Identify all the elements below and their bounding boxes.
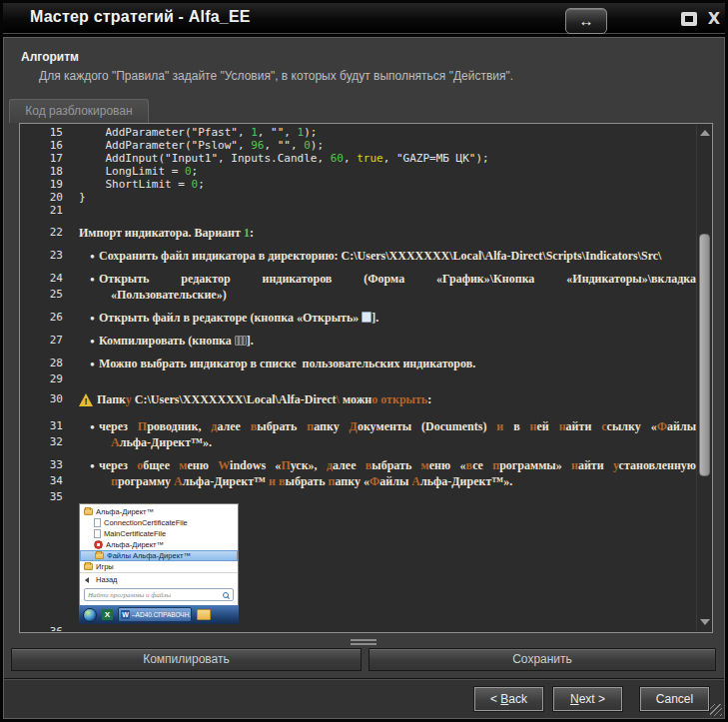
- line-number: 25: [21, 288, 63, 301]
- line-number: 19: [21, 178, 63, 191]
- open-file-icon: [362, 312, 371, 323]
- editor-line: 35: [21, 490, 696, 503]
- maximize-icon[interactable]: [681, 12, 697, 26]
- scroll-up-icon[interactable]: [700, 129, 709, 138]
- file-icon: [94, 529, 101, 538]
- editor-scrollbar[interactable]: [696, 125, 711, 631]
- line-number: 36: [21, 625, 63, 631]
- window-title: Мастер стратегий - Alfa_EE: [30, 8, 251, 26]
- splitter[interactable]: [4, 635, 724, 648]
- line-number: 16: [21, 139, 63, 152]
- line-number: 15: [21, 126, 63, 139]
- page-subtitle: Для каждого "Правила" задайте "Условия",…: [39, 69, 513, 83]
- editor-line: 23●Сохранить файл индикатора в директори…: [21, 249, 696, 265]
- editor-line: 16 AddParameter("Pslow", 96, "", 0);: [21, 139, 696, 152]
- next-button[interactable]: Next >: [553, 687, 622, 711]
- line-content: LongLimit = 0;: [79, 165, 696, 178]
- line-content: ShortLimit = 0;: [79, 178, 696, 191]
- editor-line: 33●через общее меню Windows «Пуск», дале…: [21, 458, 696, 474]
- cancel-button[interactable]: Cancel: [640, 687, 709, 711]
- dialog-body: Алгоритм Для каждого "Правила" задайте "…: [3, 37, 725, 719]
- editor-line: 15 AddParameter("Pfast", 1, "", 1);: [21, 126, 696, 139]
- line-number: 24: [21, 272, 63, 285]
- bullet-icon: ●: [79, 249, 99, 264]
- embedded-start-menu-screenshot: Альфа-Директ™ConnectionCertificateFileMa…: [79, 503, 239, 624]
- line-number: 27: [21, 334, 63, 347]
- back-arrow-icon: [85, 577, 89, 583]
- start-menu-search-box: Найти программы и файлы: [84, 588, 234, 601]
- start-menu-item: Альфа-Директ™: [80, 539, 238, 550]
- line-number: 35: [21, 490, 63, 503]
- start-menu-item-label: Альфа-Директ™: [96, 507, 154, 516]
- editor-line: 19 ShortLimit = 0;: [21, 178, 696, 191]
- editor-line: 30!Папку C:\Users\XXXXXXX\Local\Alfa-Dir…: [21, 392, 696, 412]
- resize-toggle-button[interactable]: ↔: [565, 8, 607, 34]
- line-content: ●Открыть файл в редакторе (кнопка «Откры…: [79, 311, 696, 326]
- scroll-down-icon[interactable]: [700, 618, 709, 627]
- app-icon: [94, 540, 103, 549]
- line-number: 32: [21, 435, 63, 448]
- scrollbar-thumb[interactable]: [699, 234, 710, 476]
- line-content: Альфа-Директ™».: [79, 435, 696, 450]
- magnifier-icon: [223, 592, 229, 598]
- compile-keypad-icon: [235, 336, 247, 346]
- page-title: Алгоритм: [21, 50, 79, 64]
- start-menu-item-label: Игры: [96, 562, 114, 571]
- folder-icon: [95, 552, 104, 559]
- start-menu-item-selected: Файлы Альфа-Директ™: [80, 550, 238, 561]
- start-menu-item: ConnectionCertificateFile: [80, 517, 238, 528]
- bullet-text: Компилировать (кнопка ].: [99, 334, 696, 349]
- footer-bar: < Back Next > Cancel: [4, 678, 724, 718]
- excel-icon: X: [102, 609, 113, 620]
- line-content: !Папку C:\Users\XXXXXXX\Local\Alfa-Direc…: [79, 392, 696, 408]
- editor-line: 28●Можно выбрать индикатор в списке поль…: [21, 357, 696, 372]
- resize-grip[interactable]: [710, 704, 722, 716]
- folder-icon: [84, 563, 93, 570]
- bullet-text: Сохранить файл индикатора в директорию: …: [99, 249, 696, 264]
- editor-line: 27●Компилировать (кнопка ].: [21, 334, 696, 350]
- title-bar[interactable]: Мастер стратегий - Alfa_EE ↔ X: [3, 3, 725, 34]
- line-content: AddParameter("Pfast", 1, "", 1);: [79, 126, 696, 139]
- editor-line: 21: [21, 204, 696, 217]
- editor-line: 18 LongLimit = 0;: [21, 165, 696, 178]
- start-menu-item: Игры: [80, 561, 238, 572]
- back-button[interactable]: < Back: [474, 687, 543, 711]
- taskbar: XW–AD40.СПРАВОЧН...: [79, 605, 239, 624]
- warning-icon: !: [79, 393, 97, 408]
- splitter-handle-icon[interactable]: [351, 639, 376, 645]
- word-task-label: –AD40.СПРАВОЧН...: [132, 611, 192, 618]
- line-number: 34: [21, 474, 63, 487]
- editor-line: 20}: [21, 191, 696, 204]
- line-number: 30: [21, 392, 63, 405]
- editor-lines: 15 AddParameter("Pfast", 1, "", 1);16 Ad…: [21, 126, 696, 631]
- editor-line: 24●Открыть редактор индикаторов (Форма «…: [21, 272, 696, 288]
- save-button[interactable]: Сохранить: [368, 648, 716, 671]
- folder-icon: [84, 508, 93, 515]
- line-number: 29: [21, 372, 63, 385]
- start-menu-item: MainCertificateFile: [80, 528, 238, 539]
- bullet-text: Открыть файл в редакторе (кнопка «Открыт…: [99, 311, 696, 326]
- line-number: 22: [21, 226, 63, 239]
- line-content: «Пользовательские»): [79, 288, 696, 303]
- tab-code-unlocked[interactable]: Код разблокирован: [9, 99, 149, 123]
- editor-line: 36: [21, 625, 696, 631]
- editor-line: Альфа-Директ™ConnectionCertificateFileMa…: [21, 503, 696, 625]
- line-content: AddParameter("Pslow", 96, "", 0);: [79, 139, 696, 152]
- close-icon[interactable]: X: [705, 9, 723, 29]
- line-content: программу Альфа-Директ™ и выбрать папку …: [79, 474, 696, 489]
- editor-line: 34программу Альфа-Директ™ и выбрать папк…: [21, 474, 696, 490]
- compile-button[interactable]: Компилировать: [11, 648, 362, 671]
- bullet-icon: ●: [79, 311, 99, 326]
- back-label: Назад: [96, 575, 118, 584]
- line-content: AddInput("Input1", Inputs.Candle, 60, tr…: [79, 152, 696, 165]
- line-content: Импорт индикатора. Вариант 1:: [79, 226, 696, 241]
- start-menu-item-label: MainCertificateFile: [104, 529, 166, 538]
- search-placeholder: Найти программы и файлы: [88, 591, 171, 599]
- bullet-text: Можно выбрать индикатор в списке пользов…: [99, 357, 696, 371]
- line-number: 21: [21, 204, 63, 217]
- code-editor[interactable]: 15 AddParameter("Pfast", 1, "", 1);16 Ad…: [19, 123, 713, 633]
- strategy-wizard-window: Мастер стратегий - Alfa_EE ↔ X Алгоритм …: [0, 0, 728, 722]
- line-content: ●Компилировать (кнопка ].: [79, 334, 696, 349]
- bullet-icon: ●: [79, 357, 99, 371]
- editor-line: 25«Пользовательские»): [21, 288, 696, 304]
